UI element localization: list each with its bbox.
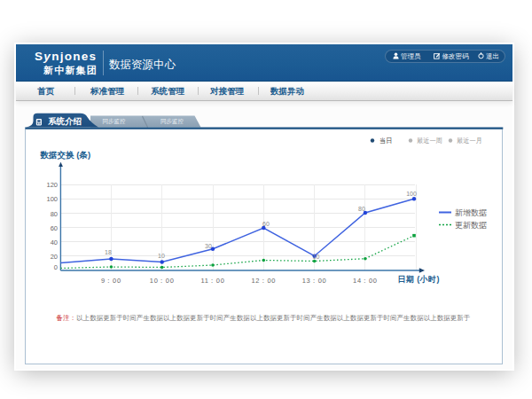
svg-text:14：00: 14：00	[353, 277, 378, 285]
svg-text:40: 40	[51, 239, 58, 246]
svg-text:数据交换 (条): 数据交换 (条)	[40, 150, 90, 160]
svg-text:60: 60	[262, 221, 270, 227]
svg-text:12：00: 12：00	[251, 277, 276, 285]
svg-text:30: 30	[205, 243, 212, 249]
svg-text:当日: 当日	[379, 137, 392, 145]
svg-text:120: 120	[46, 181, 58, 189]
svg-text:更新数据: 更新数据	[455, 221, 487, 230]
svg-text:80: 80	[358, 206, 365, 212]
svg-text:100: 100	[46, 195, 58, 203]
svg-text:0: 0	[54, 263, 58, 271]
svg-text:13：00: 13：00	[302, 277, 327, 285]
svg-text:备注：以上数据更新于时间产生数据以上数据更新于时间产生数据以: 备注：以上数据更新于时间产生数据以上数据更新于时间产生数据以上数据更新于时间产生…	[57, 314, 471, 322]
svg-text:10：00: 10：00	[150, 277, 175, 285]
svg-text:10: 10	[313, 254, 320, 260]
svg-text:新增数据: 新增数据	[455, 208, 487, 217]
svg-text:9：00: 9：00	[101, 277, 121, 285]
svg-text:60: 60	[51, 224, 58, 232]
svg-text:最近一月: 最近一月	[457, 137, 482, 145]
svg-text:20: 20	[51, 253, 58, 261]
svg-text:日期 (小时): 日期 (小时)	[398, 275, 440, 284]
svg-text:100: 100	[406, 191, 417, 197]
svg-text:18: 18	[105, 249, 112, 255]
svg-text:80: 80	[51, 210, 58, 218]
svg-text:最近一周: 最近一周	[417, 137, 442, 145]
svg-text:10: 10	[158, 253, 165, 259]
svg-text:11：00: 11：00	[200, 277, 224, 285]
